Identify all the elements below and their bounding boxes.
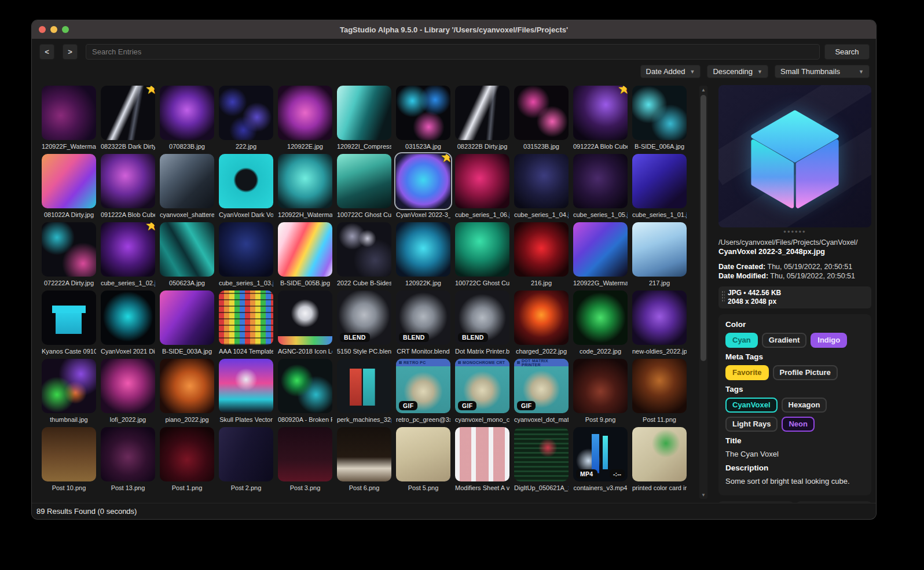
thumbnail-size-dropdown[interactable]: Small Thumbnails ▼ — [775, 65, 870, 78]
grid-item[interactable]: Post 9.png — [573, 359, 628, 427]
preview-image[interactable] — [718, 85, 871, 227]
grid-item[interactable]: Kyanos Caste 0910 — [42, 290, 96, 359]
grid-item[interactable]: code_2022.jpg — [573, 290, 628, 359]
grid-item[interactable]: CyanVoxel 2021 Dis — [101, 290, 155, 359]
thumbnail-image — [514, 290, 569, 345]
grid-item[interactable]: ★ CyanVoxel 2022-3_ — [396, 154, 450, 222]
grid-item[interactable]: Post 11.png — [632, 359, 687, 427]
tag-pill-favorite[interactable]: Favorite — [725, 365, 769, 380]
grid-item[interactable]: 120922K.jpg — [396, 222, 450, 290]
close-button[interactable] — [39, 26, 46, 33]
grid-item[interactable]: AGNC-2018 Icon Lo — [278, 290, 332, 359]
grid-item[interactable]: 100722C Ghost Cub — [337, 154, 391, 222]
grid-item[interactable]: 070823B.jpg — [160, 86, 214, 154]
grid-item[interactable]: cube_series_1_01.j — [632, 154, 687, 222]
file-name: Post 10.png — [42, 484, 96, 491]
grid-item[interactable]: charged_2022.jpg — [514, 290, 569, 359]
grid-item[interactable]: AAA 1024 Template — [219, 290, 273, 359]
search-input[interactable] — [86, 44, 820, 60]
grid-item[interactable]: Modifiers Sheet A v — [455, 427, 509, 495]
file-name: Post 3.png — [278, 484, 332, 491]
tag-pill-profile-picture[interactable]: Profile Picture — [773, 365, 838, 380]
grid-item[interactable]: DigItUp_050621A_S — [514, 427, 569, 495]
grid-item[interactable]: ★ 082322B Dark Dirty — [101, 86, 155, 154]
thumbnail-image — [278, 290, 332, 345]
scrollbar-thumb[interactable] — [701, 95, 706, 361]
grid-item[interactable]: 120922G_Watermar — [573, 222, 628, 290]
grid-scrollbar[interactable]: ▲ ▼ — [699, 86, 707, 499]
drag-grip-icon[interactable] — [721, 290, 725, 302]
sort-order-dropdown[interactable]: Descending ▼ — [707, 65, 768, 78]
grid-item[interactable]: B-SIDE_003A.jpg — [160, 290, 214, 359]
grid-item[interactable]: cube_series_1_06.j — [455, 154, 509, 222]
grid-item[interactable]: 031523B.jpg — [514, 86, 569, 154]
grid-item[interactable]: 081022A Dirty.jpg — [42, 154, 96, 222]
grid-item[interactable]: DOT MATRIX PRINTER GIF cyanvoxel_dot_mat — [514, 359, 569, 427]
tag-pill-hexagon[interactable]: Hexagon — [782, 398, 827, 413]
grid-item[interactable]: 080920A - Broken P — [278, 359, 332, 427]
grid-item[interactable]: Post 6.png — [337, 427, 391, 495]
tag-pill-cyan[interactable]: Cyan — [725, 333, 758, 348]
grid-item[interactable]: 072222A Dirty.jpg — [42, 222, 96, 290]
grid-item[interactable]: Post 3.png — [278, 427, 332, 495]
grid-item[interactable]: ★ cube_series_1_02.j — [101, 222, 155, 290]
grid-item[interactable]: Post 13.png — [101, 427, 155, 495]
grid-item[interactable]: 091222A Blob Cube — [101, 154, 155, 222]
grid-item[interactable]: ★ 091222A Blob Cube — [573, 86, 628, 154]
tag-pill-neon[interactable]: Neon — [782, 417, 815, 432]
grid-item[interactable]: piano_2022.jpg — [160, 359, 214, 427]
grid-item[interactable]: perk_machines_32p — [337, 359, 391, 427]
minimize-button[interactable] — [50, 26, 57, 33]
grid-item[interactable]: 217.jpg — [632, 222, 687, 290]
grid-item[interactable]: B-SIDE_006A.jpg — [632, 86, 687, 154]
tag-pill-cyanvoxel[interactable]: CyanVoxel — [725, 398, 778, 413]
grid-item[interactable]: 222.jpg — [219, 86, 273, 154]
grid-item[interactable]: Post 1.png — [160, 427, 214, 495]
zoom-button[interactable] — [62, 26, 69, 33]
grid-item[interactable]: lofi_2022.jpg — [101, 359, 155, 427]
grid-item[interactable]: MONOCHROME CRT GIF cyanvoxel_mono_cr — [455, 359, 509, 427]
thumbnail-image — [278, 154, 332, 208]
back-button[interactable]: < — [39, 44, 54, 60]
grid-item[interactable]: 120922I_Compresse — [337, 86, 391, 154]
grid-item[interactable]: 100722C Ghost Cub — [455, 222, 509, 290]
tag-pill-gradient[interactable]: Gradient — [762, 333, 806, 348]
grid-item[interactable]: Skull Plates Vector — [219, 359, 273, 427]
grid-item[interactable]: thumbnail.jpg — [42, 359, 96, 427]
grid-item[interactable]: cube_series_1_04.j — [514, 154, 569, 222]
grid-item[interactable]: Post 2.png — [219, 427, 273, 495]
grid-item[interactable]: cube_series_1_03.j — [219, 222, 273, 290]
grid-item[interactable]: 2022 Cube B-Sides — [337, 222, 391, 290]
grid-item[interactable]: B-SIDE_005B.jpg — [278, 222, 332, 290]
forward-button[interactable]: > — [63, 44, 78, 60]
tag-pill-indigo[interactable]: Indigo — [811, 333, 847, 348]
thumbnail-image — [278, 86, 332, 140]
thumbnail-image — [42, 427, 96, 481]
grid-item[interactable]: Post 10.png — [42, 427, 96, 495]
grid-item[interactable]: 120922H_Watermar — [278, 154, 332, 222]
grid-item[interactable]: 050623A.jpg — [160, 222, 214, 290]
grid-item[interactable]: MP4 -:-- containers_v3.mp4 — [573, 427, 628, 495]
grid-item[interactable]: 082322B Dirty.jpg — [455, 86, 509, 154]
grid-item[interactable]: RETRO PC GIF retro_pc_green@3x — [396, 359, 450, 427]
grid-item[interactable]: BLEND CRT Monitor.blend — [396, 290, 450, 359]
grid-item[interactable]: printed color card in — [632, 427, 687, 495]
grid-item[interactable]: 216.jpg — [514, 222, 569, 290]
grid-item[interactable]: 031523A.jpg — [396, 86, 450, 154]
grid-item[interactable]: cyanvoxel_shattere — [160, 154, 214, 222]
grid-item[interactable]: Post 5.png — [396, 427, 450, 495]
grid-item[interactable]: CyanVoxel Dark Vox — [219, 154, 273, 222]
sort-field-dropdown[interactable]: Date Added ▼ — [640, 65, 701, 78]
file-name: DigItUp_050621A_S — [514, 484, 569, 491]
grid-item[interactable]: BLEND 5150 Style PC.blend — [337, 290, 391, 359]
grid-item[interactable]: new-oldies_2022.jp — [632, 290, 687, 359]
tag-pill-light-rays[interactable]: Light Rays — [725, 417, 778, 432]
scroll-down-arrow-icon[interactable]: ▼ — [699, 491, 707, 499]
panel-resize-handle[interactable]: •••••• — [718, 229, 871, 235]
grid-item[interactable]: 120922E.jpg — [278, 86, 332, 154]
grid-item[interactable]: BLEND Dot Matrix Printer.b — [455, 290, 509, 359]
scroll-up-arrow-icon[interactable]: ▲ — [699, 86, 707, 94]
grid-item[interactable]: cube_series_1_05.j — [573, 154, 628, 222]
search-button[interactable]: Search — [824, 44, 870, 60]
grid-item[interactable]: 120922F_Watermark — [42, 86, 96, 154]
